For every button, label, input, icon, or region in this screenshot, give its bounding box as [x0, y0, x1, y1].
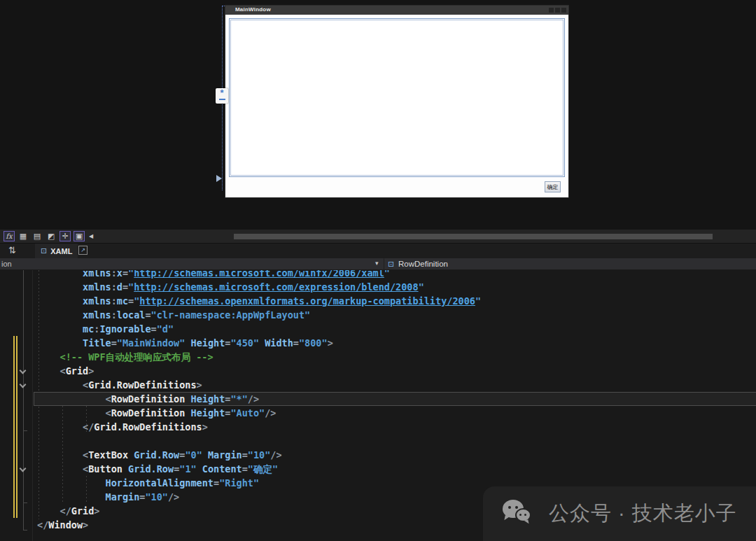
snap-grid-icon[interactable]: ▦: [18, 231, 29, 241]
gutter-border: [32, 270, 33, 541]
nav-element-dropdown[interactable]: RowDefinition: [398, 260, 448, 268]
split-view-tabstrip: ⇅ ⊡ XAML ↗: [0, 244, 756, 258]
designer-ok-button[interactable]: 确定: [545, 181, 561, 192]
code-line[interactable]: <RowDefinition Height="Auto"/>: [34, 406, 756, 420]
code-line[interactable]: <Grid.RowDefinitions>: [34, 378, 756, 392]
outline-region-end: [23, 430, 27, 431]
code-line[interactable]: xmlns:mc="http://schemas.openxmlformats.…: [34, 294, 756, 308]
editor-navigation-bar: ion ▾ ⊡ RowDefinition: [0, 258, 756, 270]
watermark-text: 公众号 · 技术老小子: [549, 500, 737, 528]
xaml-tab-label: XAML: [50, 247, 72, 255]
code-line[interactable]: [34, 434, 756, 448]
row-indicator-dash: [219, 99, 225, 100]
design-preview-window[interactable]: MainWindow 确定: [225, 6, 568, 197]
outline-guide-line: [23, 270, 24, 530]
element-icon: ⊡: [388, 260, 394, 269]
artboard-background-icon[interactable]: ◩: [46, 231, 57, 241]
code-line[interactable]: <Grid>: [34, 364, 756, 378]
fold-chevron-icon[interactable]: [20, 367, 27, 374]
nav-dropdown-arrow-icon[interactable]: ▾: [375, 260, 379, 267]
grid-row-height-badge[interactable]: *: [216, 88, 228, 104]
designer-toolbar-icons: fx ▦ ▤ ◩ ✛ ▣ ◀: [4, 231, 94, 241]
effects-fx-icon[interactable]: fx: [4, 231, 15, 241]
vs-xaml-split-view: MainWindow 确定 * fx ▦ ▤: [0, 0, 756, 541]
track-changes-bar: [13, 336, 18, 518]
preview-window-titlebar: MainWindow: [225, 6, 568, 15]
maximize-icon: [555, 8, 560, 13]
wechat-bubble-small: [515, 508, 531, 522]
popout-pane-icon[interactable]: ↗: [78, 246, 88, 255]
watermark-banner: 公众号 · 技术老小子: [483, 486, 756, 541]
wechat-icon: [503, 498, 539, 529]
outline-region-end: [23, 503, 27, 503]
designer-horizontal-scrollbar[interactable]: [234, 234, 713, 239]
fold-chevron-icon[interactable]: [20, 381, 27, 388]
xaml-designer-surface[interactable]: MainWindow 确定 *: [0, 0, 756, 230]
designer-toolbar: fx ▦ ▤ ◩ ✛ ▣ ◀: [0, 230, 756, 244]
preview-window-client: 确定: [225, 15, 568, 197]
project-code-icon[interactable]: ▣: [74, 231, 85, 241]
code-line[interactable]: xmlns:local="clr-namespace:AppWpfLayout": [34, 308, 756, 322]
toolbar-overflow-icon[interactable]: ◀: [88, 231, 94, 241]
grid-row-splitter-icon[interactable]: [216, 175, 222, 182]
code-line[interactable]: <TextBox Grid.Row="0" Margin="10"/>: [34, 448, 756, 462]
code-line[interactable]: mc:Ignorable="d": [34, 322, 756, 336]
row-star-indicator: *: [220, 89, 223, 97]
code-line[interactable]: <RowDefinition Height="*"/>: [34, 392, 756, 406]
code-line[interactable]: xmlns:x="http://schemas.microsoft.com/wi…: [34, 270, 756, 280]
preview-window-chrome-buttons: [549, 8, 566, 13]
swap-panes-icon[interactable]: ⇅: [8, 245, 16, 255]
nav-divider: [384, 258, 384, 270]
code-line[interactable]: <Button Grid.Row="1" Content="确定": [34, 462, 756, 476]
fold-chevron-icon[interactable]: [20, 465, 27, 472]
minimize-icon: [549, 8, 554, 13]
snaplines-icon[interactable]: ✛: [59, 231, 71, 241]
grid-lines-icon[interactable]: ▤: [31, 231, 43, 241]
outline-region-end: [23, 530, 27, 531]
preview-window-title: MainWindow: [235, 6, 271, 13]
tab-xaml[interactable]: ⊡ XAML: [35, 244, 78, 258]
designer-textbox[interactable]: [229, 18, 565, 177]
code-line[interactable]: Title="MainWindow" Height="450" Width="8…: [34, 336, 756, 350]
close-icon: [561, 8, 566, 13]
code-line[interactable]: <!-- WPF自动处理响应式布局 -->: [34, 350, 756, 364]
nav-left-dropdown[interactable]: ion: [1, 260, 12, 268]
code-line[interactable]: xmlns:d="http://schemas.microsoft.com/ex…: [34, 280, 756, 294]
code-line[interactable]: </Grid.RowDefinitions>: [34, 420, 756, 434]
xaml-file-icon: ⊡: [41, 246, 47, 255]
designer-button-row: 确定: [225, 177, 568, 197]
